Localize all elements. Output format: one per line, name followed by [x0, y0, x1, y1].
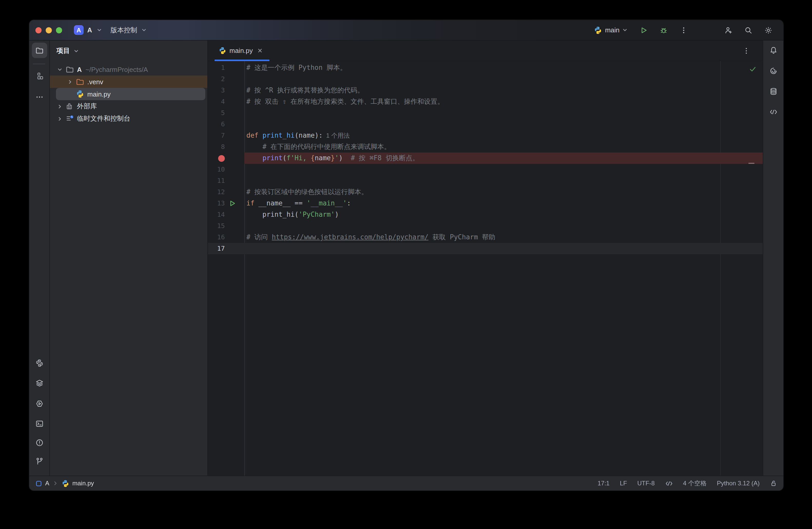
more-actions-button[interactable]	[677, 23, 690, 37]
search-everywhere-button[interactable]	[742, 23, 755, 37]
code-line-16[interactable]: # 访问 https://www.jetbrains.com/help/pych…	[246, 232, 495, 243]
line-number[interactable]: 15	[208, 220, 225, 232]
tree-chevron-down[interactable]	[55, 65, 64, 73]
close-window-button[interactable]	[35, 27, 42, 33]
python-console-tool-button[interactable]	[32, 396, 47, 411]
lock-icon[interactable]	[765, 480, 777, 487]
right-tool-strip	[763, 41, 783, 475]
line-number[interactable]: 10	[208, 164, 225, 175]
error-stripe-breakpoint-mark[interactable]	[748, 163, 755, 164]
line-number[interactable]: 6	[208, 119, 225, 130]
breadcrumb-file[interactable]: main.py	[72, 480, 94, 487]
more-tool-windows-button[interactable]	[32, 89, 47, 105]
inspections-ok-icon[interactable]	[749, 65, 757, 74]
status-widgets: 17:1 LF UTF-8 4 个空格 Python 3.12 (A)	[592, 479, 777, 488]
line-number[interactable]: 16	[208, 232, 225, 243]
code-seg-text: name	[315, 154, 331, 162]
code-seg-text: (	[282, 154, 287, 162]
code-line-1[interactable]: # 这是一个示例 Python 脚本。	[246, 62, 347, 73]
code-line-12[interactable]: # 按装订区域中的绿色按钮以运行脚本。	[246, 186, 368, 198]
file-encoding[interactable]: UTF-8	[632, 480, 660, 487]
database-button[interactable]	[766, 84, 781, 99]
tree-label: main.py	[87, 90, 111, 98]
settings-button[interactable]	[762, 23, 775, 37]
code-seg-text	[246, 154, 263, 162]
tab-options-button[interactable]	[742, 41, 750, 61]
tree-chevron-right[interactable]	[55, 115, 64, 123]
maximize-window-button[interactable]	[56, 27, 62, 33]
tree-chevron-right[interactable]	[55, 102, 64, 111]
library-icon	[66, 102, 74, 111]
line-number[interactable]: 11	[208, 175, 225, 186]
python-interpreter[interactable]: Python 3.12 (A)	[712, 480, 765, 487]
tree-row-main-py-file[interactable]: main.py	[50, 88, 207, 100]
terminal-tool-button[interactable]	[32, 416, 47, 431]
gutter-separator	[244, 61, 245, 475]
vcs-widget[interactable]: 版本控制	[111, 25, 148, 35]
plots-button[interactable]	[766, 104, 781, 120]
line-number[interactable]: 17	[208, 243, 225, 254]
line-number[interactable]: 12	[208, 186, 225, 198]
line-number[interactable]: 3	[208, 85, 225, 96]
line-number[interactable]: 2	[208, 73, 225, 85]
project-widget[interactable]: A A	[74, 25, 103, 35]
line-separator[interactable]: LF	[615, 480, 632, 487]
run-config-name[interactable]: main	[605, 26, 620, 34]
project-icon	[35, 480, 42, 487]
code-line-14[interactable]: print_hi('PyCharm')	[246, 209, 339, 220]
chevron-right-icon	[52, 480, 59, 486]
minimize-window-button[interactable]	[46, 27, 52, 33]
code-seg-comment: # 按 双击 ⇧ 在所有地方搜索类、文件、工具窗口、操作和设置。	[246, 98, 444, 105]
ai-assistant-button[interactable]	[766, 63, 781, 78]
problems-tool-button[interactable]	[32, 435, 47, 451]
tree-row-external-libraries[interactable]: 外部库	[50, 100, 207, 113]
caret-position[interactable]: 17:1	[592, 480, 615, 487]
code-line-7[interactable]: def print_hi(name): 1 个用法	[246, 130, 350, 141]
tree-row-scratches-and-consoles[interactable]: 临时文件和控制台	[50, 113, 207, 125]
version-control-tool-button[interactable]	[32, 454, 47, 469]
tree-row-venv-folder[interactable]: .venv	[50, 75, 207, 88]
tab-close-button[interactable]	[256, 46, 264, 55]
indent-style[interactable]: 4 个空格	[678, 479, 712, 488]
run-gutter-icon[interactable]	[229, 200, 236, 206]
code-line-13[interactable]: if __name__ == '__main__':	[246, 198, 351, 209]
notifications-button[interactable]	[766, 43, 781, 58]
main-area: 项目 A~/PycharmProjects/A.venvmain.py外部库临时…	[29, 41, 783, 475]
debug-button[interactable]	[657, 23, 670, 37]
editor-area: main.py 1# 这是一个示例	[208, 41, 763, 475]
tree-chevron-right[interactable]	[66, 77, 74, 86]
structure-tool-button[interactable]	[32, 68, 47, 84]
chevron-down-icon[interactable]	[621, 26, 629, 34]
code-seg-string: '	[335, 154, 339, 162]
run-button[interactable]	[637, 23, 650, 37]
line-number[interactable]: 7	[208, 130, 225, 141]
line-number[interactable]: 1	[208, 62, 225, 73]
tab-main-py[interactable]: main.py	[215, 41, 269, 61]
code-line-3[interactable]: # 按 ^R 执行或将其替换为您的代码。	[246, 85, 364, 96]
titlebar-right: main	[594, 23, 783, 37]
structure-icon	[35, 72, 44, 80]
editor[interactable]: 1# 这是一个示例 Python 脚本。23# 按 ^R 执行或将其替换为您的代…	[208, 61, 763, 475]
project-tool-button[interactable]	[32, 43, 47, 58]
line-number[interactable]: 5	[208, 108, 225, 119]
code-line-9[interactable]: print(f'Hi, {name}') # 按 ⌘F8 切换断点。	[246, 153, 419, 164]
line-number[interactable]: 14	[208, 209, 225, 220]
code-style-icon[interactable]	[660, 480, 678, 487]
code-line-8[interactable]: # 在下面的代码行中使用断点来调试脚本。	[246, 141, 391, 153]
breadcrumb-project[interactable]: A	[45, 480, 49, 487]
chevron-down-icon	[96, 26, 103, 34]
line-number[interactable]: 8	[208, 141, 225, 153]
code-with-me-button[interactable]	[722, 23, 735, 37]
tree-path: ~/PycharmProjects/A	[85, 66, 148, 73]
code-seg-keyword: if	[246, 199, 258, 207]
line-number[interactable]: 13	[208, 198, 225, 209]
code-line-4[interactable]: # 按 双击 ⇧ 在所有地方搜索类、文件、工具窗口、操作和设置。	[246, 96, 444, 108]
tree-row-project-root[interactable]: A~/PycharmProjects/A	[50, 63, 207, 75]
chevron-down-icon	[72, 47, 80, 55]
project-panel-header[interactable]: 项目	[50, 41, 207, 61]
breakpoint-dot[interactable]	[218, 155, 225, 161]
python-packages-tool-button[interactable]	[32, 355, 47, 371]
titlebar: A A 版本控制 main	[29, 20, 783, 41]
line-number[interactable]: 4	[208, 96, 225, 108]
services-tool-button[interactable]	[32, 375, 47, 391]
